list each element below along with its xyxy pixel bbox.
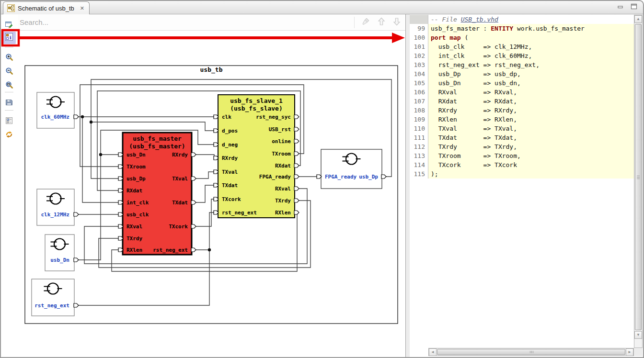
code-line: 100port map ( bbox=[410, 33, 634, 42]
port-out-RXval[interactable] bbox=[294, 187, 299, 190]
code-line: 99usb_fs_master : ENTITY work.usb_fs_mas… bbox=[410, 24, 634, 33]
generator-label: usb_Dn bbox=[50, 257, 69, 263]
tab-close-button[interactable]: ✕ bbox=[80, 5, 84, 11]
scroll-up-button[interactable]: ▲ bbox=[634, 15, 642, 23]
port-out-TXcork[interactable] bbox=[191, 224, 196, 228]
code-line: 106 RXval => RXval, bbox=[410, 88, 634, 97]
port-out-online[interactable] bbox=[294, 139, 299, 143]
code-text: usb_Dp => usb_dp, bbox=[428, 69, 634, 78]
zoom-in-button[interactable] bbox=[2, 52, 16, 64]
port-out-rst_neg_ext[interactable] bbox=[74, 303, 79, 307]
port-out-RXdat[interactable] bbox=[294, 164, 299, 168]
code-line: 107 RXdat => RXdat, bbox=[410, 97, 634, 106]
line-number: 112 bbox=[410, 142, 428, 151]
code-text: TXdat => TXdat, bbox=[428, 133, 634, 142]
tab-schematic[interactable]: Schematic of usb_tb ✕ bbox=[3, 1, 90, 14]
port-label: rst_neg_ext bbox=[153, 247, 188, 253]
schematic-canvas[interactable]: usb_tbclk_60MHzclk_12MHzusb_Dnrst_neg_ex… bbox=[0, 14, 406, 358]
port-out-clk_60MHz[interactable] bbox=[74, 115, 79, 119]
horizontal-scroll-thumb[interactable] bbox=[437, 349, 625, 355]
port-out-TXval[interactable] bbox=[191, 177, 196, 180]
zoom-fit-button[interactable] bbox=[2, 79, 16, 92]
scrollbar-corner bbox=[634, 348, 643, 356]
port-label: RXrdy bbox=[222, 155, 238, 161]
refresh-button[interactable] bbox=[2, 129, 16, 142]
generator-label: clk_60MHz bbox=[41, 114, 69, 120]
show-hdl-source-button[interactable]: i bbox=[2, 32, 16, 44]
code-text: ); bbox=[428, 169, 634, 179]
code-line: 111 TXdat => TXdat, bbox=[410, 133, 634, 142]
arrow-down-icon[interactable] bbox=[392, 17, 402, 28]
port-out-rst_neg_syc[interactable] bbox=[294, 115, 299, 119]
code-text: TXroom => TXroom, bbox=[428, 151, 634, 160]
vertical-scroll-thumb[interactable] bbox=[635, 24, 642, 330]
io-block[interactable] bbox=[321, 149, 382, 189]
zoom-out-button[interactable] bbox=[2, 66, 16, 78]
port-out-USB_rst[interactable] bbox=[294, 127, 299, 131]
port-label: TXcork bbox=[169, 224, 188, 230]
wire[interactable] bbox=[82, 117, 123, 202]
zoom-out-icon bbox=[5, 67, 13, 77]
generator-block-clk_60MHz[interactable] bbox=[37, 92, 74, 128]
port-label: RXrdy bbox=[172, 152, 188, 158]
scroll-down-button[interactable]: ▼ bbox=[634, 331, 642, 339]
minimize-button[interactable] bbox=[617, 3, 624, 11]
port-out-rst_neg_ext[interactable] bbox=[191, 248, 196, 252]
code-line: 113 TXroom => TXroom, bbox=[410, 151, 634, 160]
port-label: TXcork bbox=[222, 196, 241, 202]
maximize-button[interactable] bbox=[631, 3, 637, 11]
pane-splitter[interactable] bbox=[405, 14, 410, 357]
port-label: TXroom bbox=[126, 164, 146, 170]
wire-junction-dot bbox=[208, 248, 211, 251]
code-text: RXval => RXval, bbox=[428, 88, 634, 97]
save-button[interactable] bbox=[2, 97, 16, 110]
code-line: 105 usb_Dn => usb_dn, bbox=[410, 78, 634, 88]
code-line: 102 int_clk => clk_60MHz, bbox=[410, 51, 634, 60]
port-label: RXdat bbox=[275, 163, 291, 169]
brush-icon[interactable] bbox=[361, 17, 371, 28]
port-out-clk_12MHz[interactable] bbox=[74, 213, 79, 216]
port-label: clk bbox=[222, 114, 231, 120]
code-panel[interactable]: -- File USB_tb.vhd 99usb_fs_master : ENT… bbox=[410, 15, 634, 348]
port-out-TXroom[interactable] bbox=[294, 152, 299, 156]
show-hdl-source-icon: i bbox=[5, 33, 13, 43]
wire[interactable] bbox=[74, 250, 209, 305]
save-icon bbox=[5, 98, 13, 109]
scroll-right-button[interactable]: ► bbox=[626, 348, 633, 356]
code-text: usb_clk => clk_12MHz, bbox=[428, 42, 634, 51]
filter-options-button[interactable] bbox=[2, 115, 16, 128]
code-vertical-scrollbar[interactable]: ▲ ▼ bbox=[634, 15, 643, 348]
gutter-header-cell bbox=[410, 15, 428, 24]
generator-block-usb_Dn[interactable] bbox=[45, 235, 74, 271]
generator-block-rst_neg_ext[interactable] bbox=[32, 279, 74, 316]
testbench-boundary[interactable] bbox=[25, 66, 398, 324]
io-output-label: usb_Dp bbox=[359, 174, 378, 180]
port-label: TXval bbox=[222, 169, 238, 175]
file-link[interactable]: USB_tb.vhd bbox=[461, 16, 498, 23]
port-label: TXroom bbox=[272, 151, 291, 157]
port-label: usb_clk bbox=[126, 212, 149, 218]
port-out-usb_Dp[interactable] bbox=[381, 175, 386, 179]
generator-label: clk_12MHz bbox=[41, 212, 69, 218]
port-out-FPGA_ready[interactable] bbox=[294, 175, 299, 179]
port-out-TXdat[interactable] bbox=[191, 201, 196, 204]
wire[interactable] bbox=[91, 122, 218, 131]
code-text: int_clk => clk_60MHz, bbox=[428, 51, 634, 60]
port-out-usb_Dn[interactable] bbox=[74, 258, 79, 262]
port-out-RXrdy[interactable] bbox=[191, 153, 196, 157]
tab-title: Schematic of usb_tb bbox=[18, 5, 74, 12]
code-text: RXlen => RXlen, bbox=[428, 115, 634, 124]
code-horizontal-scrollbar[interactable]: ◄ ► bbox=[428, 348, 634, 356]
port-out-RXlen[interactable] bbox=[294, 211, 299, 214]
wire[interactable] bbox=[209, 213, 218, 250]
window-edit-button[interactable] bbox=[2, 19, 16, 32]
generator-block-clk_12MHz[interactable] bbox=[37, 189, 74, 225]
search-input[interactable] bbox=[20, 18, 221, 26]
code-text: TXval => TXval, bbox=[428, 124, 634, 133]
scroll-left-button[interactable]: ◄ bbox=[429, 348, 437, 356]
port-label: rst_neg_syc bbox=[256, 114, 291, 120]
port-out-TXrdy[interactable] bbox=[294, 199, 299, 202]
line-number: 107 bbox=[410, 97, 428, 106]
line-number: 101 bbox=[410, 42, 428, 51]
arrow-up-icon[interactable] bbox=[377, 17, 386, 28]
